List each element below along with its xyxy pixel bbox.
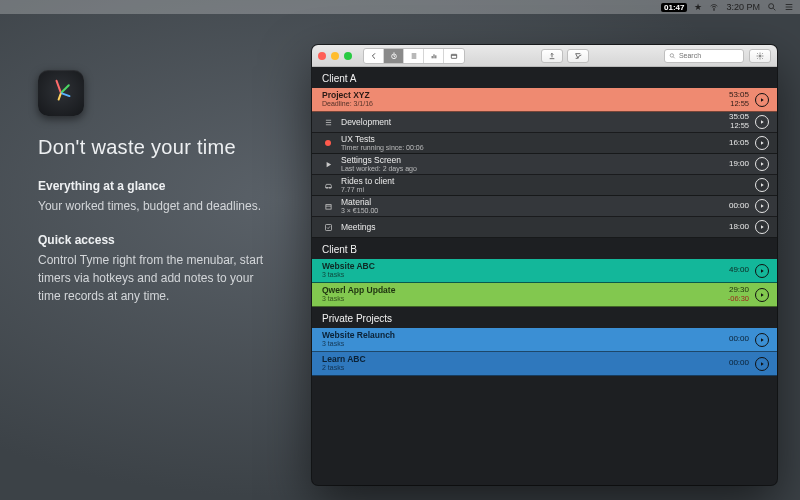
task-time: 18:00: [729, 223, 749, 232]
project-subtitle: Deadline: 3/1/16: [322, 100, 729, 108]
svg-point-8: [759, 55, 761, 57]
project-row[interactable]: Website Relaunch 3 tasks 00:00: [312, 328, 777, 352]
project-row[interactable]: Project XYZ Deadline: 3/1/16 53:05 12:55: [312, 88, 777, 112]
seg-back[interactable]: [364, 49, 384, 63]
svg-marker-20: [761, 225, 764, 229]
project-row[interactable]: Qwerl App Update 3 tasks 29:30 -06:30: [312, 283, 777, 307]
import-button[interactable]: [567, 49, 589, 63]
search-field[interactable]: [664, 49, 744, 63]
svg-point-14: [326, 187, 327, 188]
export-button[interactable]: [541, 49, 563, 63]
play-button[interactable]: [755, 357, 769, 371]
project-title: Project XYZ: [322, 90, 729, 100]
car-icon: [322, 181, 334, 190]
svg-marker-16: [761, 183, 764, 187]
check-icon: [322, 223, 334, 232]
svg-marker-23: [761, 338, 764, 342]
play-button[interactable]: [755, 178, 769, 192]
wifi-icon: [709, 2, 719, 12]
svg-marker-24: [761, 362, 764, 366]
app-logo: [38, 70, 84, 116]
task-subtitle: 3 × €150.00: [341, 207, 729, 215]
svg-rect-19: [325, 224, 331, 230]
project-subtitle: 3 tasks: [322, 340, 729, 348]
macos-menubar: 01:47 ★ 3:20 PM: [0, 0, 800, 14]
project-subtitle: 2 tasks: [322, 364, 729, 372]
task-row[interactable]: Material 3 × €150.00 00:00: [312, 196, 777, 217]
task-time: 19:00: [729, 160, 749, 169]
svg-marker-21: [761, 269, 764, 273]
zoom-button[interactable]: [344, 52, 352, 60]
list-icon: [784, 2, 794, 12]
headline: Don't waste your time: [38, 136, 268, 159]
subhead-2: Quick access: [38, 233, 268, 247]
play-button[interactable]: [755, 157, 769, 171]
task-row[interactable]: Rides to client 7.77 mi: [312, 175, 777, 196]
svg-point-15: [329, 187, 330, 188]
svg-rect-3: [431, 56, 432, 58]
svg-rect-4: [433, 54, 434, 58]
project-row[interactable]: Learn ABC 2 tasks 00:00: [312, 352, 777, 376]
project-subtitle: 3 tasks: [322, 295, 728, 303]
task-title: Material: [341, 197, 729, 207]
project-title: Website ABC: [322, 261, 729, 271]
svg-point-0: [714, 10, 715, 11]
play-icon: [322, 160, 334, 169]
box-icon: [322, 202, 334, 211]
task-row[interactable]: UX Tests Timer running since: 00:06 16:0…: [312, 133, 777, 154]
project-time: 00:00: [729, 359, 749, 368]
rec-icon: [322, 140, 334, 146]
task-title: Meetings: [341, 222, 729, 232]
seg-list[interactable]: [404, 49, 424, 63]
svg-point-1: [769, 4, 774, 9]
project-time-secondary: -06:30: [728, 295, 749, 303]
traffic-lights: [318, 52, 352, 60]
view-segmented-control[interactable]: [363, 48, 465, 64]
play-button[interactable]: [755, 264, 769, 278]
body-2: Control Tyme right from the menubar, sta…: [38, 251, 268, 305]
svg-point-7: [670, 53, 673, 56]
svg-marker-10: [761, 120, 764, 124]
task-row[interactable]: Meetings 18:00: [312, 217, 777, 238]
play-button[interactable]: [755, 220, 769, 234]
project-row[interactable]: Website ABC 3 tasks 49:00: [312, 259, 777, 283]
project-time: 49:00: [729, 266, 749, 275]
seg-archive[interactable]: [444, 49, 464, 63]
project-time: 00:00: [729, 335, 749, 344]
play-button[interactable]: [755, 136, 769, 150]
section-header: Client B: [312, 238, 777, 259]
task-row[interactable]: Development 35:05 12:55: [312, 112, 777, 133]
seg-timer[interactable]: [384, 49, 404, 63]
seg-stats[interactable]: [424, 49, 444, 63]
menubar-clock: 3:20 PM: [726, 2, 760, 12]
task-row[interactable]: Settings Screen Last worked: 2 days ago …: [312, 154, 777, 175]
body-1: Your worked times, budget and deadlines.: [38, 197, 268, 215]
search-input[interactable]: [679, 52, 739, 59]
close-button[interactable]: [318, 52, 326, 60]
minimize-button[interactable]: [331, 52, 339, 60]
marketing-panel: Don't waste your time Everything at a gl…: [38, 70, 268, 323]
play-button[interactable]: [755, 288, 769, 302]
section-header: Private Projects: [312, 307, 777, 328]
project-subtitle: 3 tasks: [322, 271, 729, 279]
project-list: Client A Project XYZ Deadline: 3/1/16 53…: [312, 67, 777, 485]
task-subtitle: Timer running since: 00:06: [341, 144, 729, 152]
svg-marker-11: [761, 141, 764, 145]
play-button[interactable]: [755, 199, 769, 213]
settings-button[interactable]: [749, 49, 771, 63]
app-window: Client A Project XYZ Deadline: 3/1/16 53…: [312, 45, 777, 485]
svg-marker-22: [761, 293, 764, 297]
play-button[interactable]: [755, 115, 769, 129]
play-button[interactable]: [755, 93, 769, 107]
subhead-1: Everything at a glance: [38, 179, 268, 193]
play-button[interactable]: [755, 333, 769, 347]
svg-rect-5: [435, 55, 436, 58]
search-icon: [669, 52, 676, 60]
star-icon: ★: [694, 2, 702, 12]
task-time: 00:00: [729, 202, 749, 211]
task-subtitle: 7.77 mi: [341, 186, 749, 194]
task-time-secondary: 12:55: [730, 122, 749, 130]
menubar-badge: 01:47: [661, 3, 687, 12]
task-title: Settings Screen: [341, 155, 729, 165]
svg-marker-13: [761, 162, 764, 166]
